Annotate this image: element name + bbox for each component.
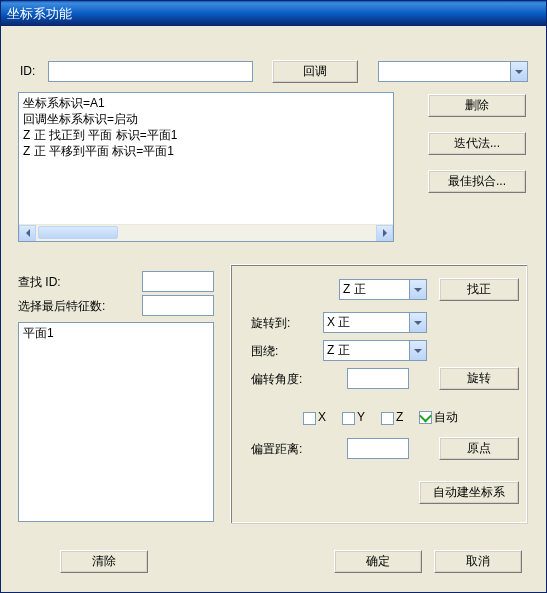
dropdown-arrow-icon	[409, 313, 426, 332]
ok-button[interactable]: 确定	[334, 550, 422, 573]
scroll-track[interactable]	[36, 225, 376, 241]
offset-dist-input[interactable]	[347, 438, 409, 459]
offset-angle-input[interactable]	[347, 368, 409, 389]
log-line: 回调坐标系标识=启动	[23, 111, 389, 127]
log-content: 坐标系标识=A1 回调坐标系标识=启动 Z 正 找正到 平面 标识=平面1 Z …	[19, 93, 393, 224]
checkbox-icon	[381, 412, 394, 425]
autobuild-button[interactable]: 自动建坐标系	[419, 481, 519, 504]
horizontal-scrollbar[interactable]	[19, 224, 393, 241]
client-area: ID: 回调 坐标系标识=A1 回调坐标系标识=启动 Z 正 找正到 平面 标识…	[2, 26, 545, 591]
window-title: 坐标系功能	[7, 6, 72, 21]
around-label: 围绕:	[251, 343, 278, 360]
recall-button[interactable]: 回调	[272, 60, 358, 83]
checkbox-icon	[342, 412, 355, 425]
around-combo-text: Z 正	[327, 342, 409, 359]
offset-dist-label: 偏置距离:	[251, 441, 302, 458]
log-line: Z 正 平移到平面 标识=平面1	[23, 143, 389, 159]
rotate-to-label: 旋转到:	[251, 315, 290, 332]
axis1-combo[interactable]: Z 正	[339, 279, 427, 300]
bestfit-button[interactable]: 最佳拟合...	[428, 170, 526, 193]
rotate-button[interactable]: 旋转	[439, 367, 519, 390]
rotate-to-combo[interactable]: X 正	[323, 312, 427, 333]
checkbox-icon	[303, 412, 316, 425]
offset-angle-label: 偏转角度:	[251, 371, 302, 388]
recall-combo[interactable]	[378, 61, 528, 82]
features-listbox[interactable]: 平面1	[18, 322, 214, 522]
dropdown-arrow-icon	[510, 62, 527, 81]
find-button[interactable]: 找正	[439, 278, 519, 301]
rotate-to-combo-text: X 正	[327, 314, 409, 331]
dropdown-arrow-icon	[409, 341, 426, 360]
axes-groupbox: Z 正 找正 旋转到: X 正 围绕: Z 正 偏转角度: 旋转 X	[230, 264, 528, 524]
delete-button[interactable]: 删除	[428, 94, 526, 117]
select-last-label: 选择最后特征数:	[18, 298, 105, 315]
scroll-left-icon[interactable]	[19, 225, 36, 241]
window: 坐标系功能 ID: 回调 坐标系标识=A1 回调坐标系标识=启动 Z 正 找正到…	[0, 0, 547, 593]
scroll-right-icon[interactable]	[376, 225, 393, 241]
clear-button[interactable]: 清除	[60, 550, 148, 573]
axis1-combo-text: Z 正	[343, 281, 409, 298]
id-input[interactable]	[48, 61, 253, 82]
chk-auto[interactable]: 自动	[419, 409, 458, 426]
log-line: 坐标系标识=A1	[23, 95, 389, 111]
chk-y[interactable]: Y	[342, 410, 365, 424]
log-line: Z 正 找正到 平面 标识=平面1	[23, 127, 389, 143]
titlebar: 坐标系功能	[1, 1, 546, 26]
find-id-label: 查找 ID:	[18, 274, 61, 291]
dropdown-arrow-icon	[409, 280, 426, 299]
id-label: ID:	[20, 64, 35, 78]
checkbox-icon	[419, 411, 432, 424]
iterate-button[interactable]: 迭代法...	[428, 132, 526, 155]
chk-x[interactable]: X	[303, 410, 326, 424]
around-combo[interactable]: Z 正	[323, 340, 427, 361]
list-item[interactable]: 平面1	[23, 325, 209, 342]
select-last-input[interactable]	[142, 295, 214, 316]
axis-checkbox-row: X Y Z 自动	[303, 409, 458, 426]
chk-z[interactable]: Z	[381, 410, 403, 424]
scroll-thumb[interactable]	[38, 226, 118, 239]
log-listbox[interactable]: 坐标系标识=A1 回调坐标系标识=启动 Z 正 找正到 平面 标识=平面1 Z …	[18, 92, 394, 242]
find-id-input[interactable]	[142, 271, 214, 292]
origin-button[interactable]: 原点	[439, 437, 519, 460]
cancel-button[interactable]: 取消	[434, 550, 522, 573]
